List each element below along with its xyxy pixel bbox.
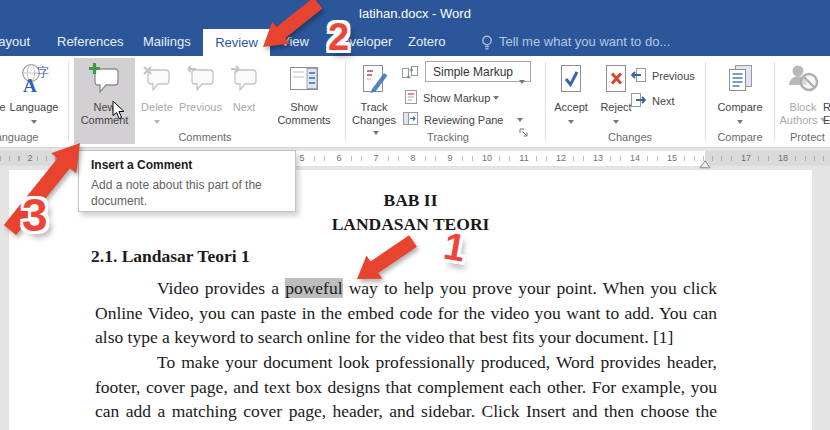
tab-layout[interactable]: Layout: [0, 28, 30, 56]
accept-caret-icon: [568, 120, 574, 124]
word-window: latihan.docx - Word Layout References Ma…: [0, 0, 830, 430]
next-change-icon: [630, 92, 647, 110]
doc-section-heading: 2.1. Landasar Teori 1: [91, 246, 250, 267]
previous-comment-icon: [178, 62, 223, 96]
group-separator: [774, 61, 775, 141]
previous-change-label: Previous: [652, 70, 695, 82]
svg-text:A: A: [23, 75, 37, 95]
next-change-button[interactable]: Next: [630, 90, 675, 111]
lightbulb-icon: [481, 35, 493, 55]
insert-comment-tooltip: Insert a Comment Add a note about this p…: [78, 150, 296, 212]
block-authors-label: Block Authors: [777, 101, 829, 127]
compare-icon: [711, 62, 769, 96]
window-title: latihan.docx - Word: [0, 6, 830, 21]
tab-review[interactable]: Review: [203, 29, 270, 56]
show-comments-label: Show Comments: [268, 101, 340, 127]
group-separator: [545, 61, 546, 141]
svg-text:字: 字: [37, 65, 49, 79]
tab-mailings[interactable]: Mailings: [143, 28, 191, 56]
accept-icon: [549, 62, 593, 96]
show-markup-button[interactable]: Show Markup: [404, 87, 499, 108]
ribbon: Translate A 字 Language Language: [0, 56, 830, 148]
new-comment-button[interactable]: New Comment: [74, 58, 135, 144]
combobox-caret-icon: [519, 80, 525, 84]
next-comment-icon: [226, 62, 262, 96]
reject-caret-icon: [613, 120, 619, 124]
ruler-number: 9: [444, 153, 456, 163]
protect-group-label: Protect: [790, 131, 830, 143]
reviewing-pane-label: Reviewing Pane: [424, 114, 504, 126]
tab-developer[interactable]: Developer: [333, 28, 392, 56]
language-globe-icon: A 字: [8, 62, 60, 96]
show-markup-icon: [404, 89, 418, 107]
track-changes-button[interactable]: Track Changes: [350, 58, 398, 144]
tell-me-box[interactable]: Tell me what you want to do...: [499, 28, 670, 56]
compare-group-label: Compare: [705, 131, 775, 143]
changes-group-label: Changes: [590, 131, 670, 143]
display-for-review-combobox[interactable]: Simple Markup: [425, 61, 531, 82]
group-separator: [705, 61, 706, 141]
previous-change-button[interactable]: Previous: [630, 65, 695, 86]
ruler-number: 7: [370, 153, 382, 163]
tracking-dialog-launcher[interactable]: [519, 124, 529, 142]
group-separator: [68, 61, 69, 141]
ruler-number: 6: [333, 153, 345, 163]
reviewing-pane-button[interactable]: Reviewing Pane: [402, 109, 523, 130]
ruler-number: 13: [592, 153, 604, 163]
next-comment-label: Next: [226, 101, 262, 114]
compare-caret-icon: [737, 120, 743, 124]
reviewing-pane-caret-icon: [517, 118, 523, 122]
ribbon-tab-bar: Layout References Mailings Review View D…: [0, 28, 830, 56]
language-caret-icon: [31, 120, 37, 124]
delete-comment-icon: [138, 62, 176, 96]
show-comments-button[interactable]: Show Comments: [268, 58, 340, 144]
group-separator: [345, 61, 346, 141]
block-authors-icon: [777, 62, 829, 96]
previous-comment-label: Previous: [178, 101, 223, 114]
doc-chapter-subtitle: LANDASAN TEORI: [9, 214, 812, 235]
doc-paragraph-1: Video provides a poweful way to help you…: [95, 276, 717, 350]
display-for-review-icon: [401, 62, 419, 83]
tab-view[interactable]: View: [281, 28, 309, 56]
display-for-review-value: Simple Markup: [433, 62, 513, 83]
previous-change-icon: [630, 67, 647, 85]
show-markup-label: Show Markup: [423, 92, 499, 104]
show-comments-icon: [268, 62, 340, 96]
ruler-number: 8: [407, 153, 419, 163]
ruler-number: 18: [777, 153, 789, 163]
language-label: Language: [8, 101, 60, 114]
tab-references[interactable]: References: [57, 28, 123, 56]
ruler-number: 5: [296, 153, 308, 163]
paragraph-text: Video provides a: [157, 278, 285, 298]
ruler-number: 15: [666, 153, 678, 163]
ruler-number: 17: [740, 153, 752, 163]
title-bar: latihan.docx - Word: [0, 0, 830, 28]
tab-zotero[interactable]: Zotero: [408, 28, 446, 56]
selected-word[interactable]: poweful: [285, 278, 342, 298]
tracking-group-label: Tracking: [408, 131, 488, 143]
track-changes-icon: [350, 62, 398, 96]
ruler-number: 11: [518, 153, 530, 163]
new-comment-label: New Comment: [74, 101, 135, 127]
ruler-number: 2: [24, 153, 36, 163]
delete-comment-label: Delete: [138, 101, 176, 114]
delete-caret-icon: [154, 120, 160, 124]
new-comment-icon: [74, 62, 135, 96]
tooltip-body: Add a note about this part of the docume…: [91, 177, 283, 209]
accept-label: Accept: [549, 101, 593, 114]
ruler-number: 14: [629, 153, 641, 163]
accept-button[interactable]: Accept: [549, 58, 593, 144]
ruler-number: 12: [555, 153, 567, 163]
compare-label: Compare: [711, 101, 769, 114]
doc-paragraph-2: To make your document look professionall…: [95, 350, 717, 430]
reviewing-pane-icon: [402, 111, 419, 128]
comments-group-label: Comments: [155, 131, 255, 143]
next-change-label: Next: [652, 95, 675, 107]
track-changes-label: Track Changes: [350, 101, 398, 140]
restrict-editing-label: Restrict Editing: [823, 101, 830, 127]
tooltip-title: Insert a Comment: [91, 158, 192, 172]
ruler-number: 10: [481, 153, 493, 163]
language-group-label: Language: [0, 131, 44, 143]
